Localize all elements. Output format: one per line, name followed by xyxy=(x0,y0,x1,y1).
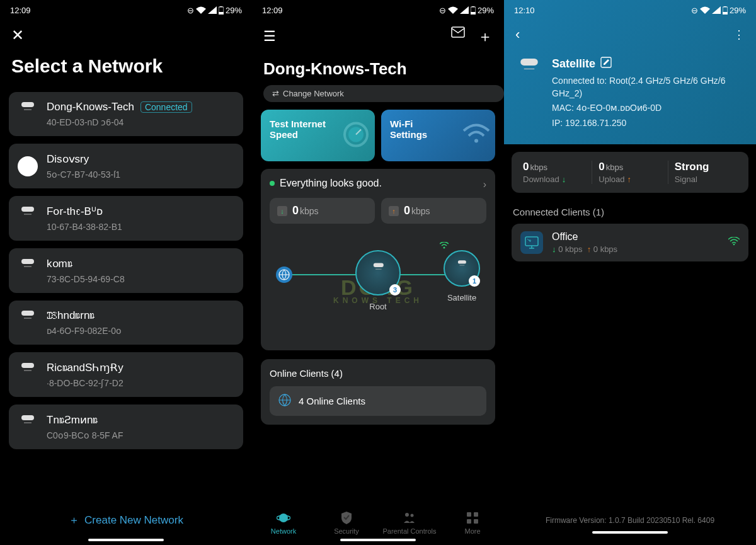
satellite-node[interactable]: 1 Satellite xyxy=(444,250,480,302)
status-card[interactable]: Everything looks good. › ↓ 0kbps ↑ 0kbps… xyxy=(261,169,495,350)
status-time: 12:09 xyxy=(10,6,31,15)
planet-icon xyxy=(277,511,290,525)
network-mac: 10-67-B4-38-82-B1 xyxy=(47,222,234,232)
network-item[interactable]: Disᴏᴠsry 5ᴏ-C7-B7-40-53-ſ1 xyxy=(9,144,243,188)
router-icon xyxy=(18,101,38,127)
add-icon[interactable]: ＋ xyxy=(478,26,493,47)
connected-badge: Connected xyxy=(140,101,192,113)
network-name: TnꬺꙄmᴎnꬺ xyxy=(47,413,98,427)
arrow-up-icon: ↑ xyxy=(389,206,399,216)
status-bar: 12:09 ⊖ 29% xyxy=(0,0,252,18)
svg-rect-5 xyxy=(220,6,222,7)
network-name: Dong-Knows-Tech xyxy=(47,101,134,113)
download-speed: ↓ 0kbps xyxy=(270,198,375,224)
network-item[interactable]: ꞮꞨhndꬺrnꬺ ᴅ4-6O-F9-082E-0ᴏ xyxy=(9,301,243,345)
network-item[interactable]: kᴏmꬺ 73-8C-D5-94-69-C8 xyxy=(9,248,243,293)
back-icon[interactable]: ‹ xyxy=(515,26,520,43)
root-node[interactable]: 3 Root xyxy=(355,250,401,311)
svg-point-15 xyxy=(444,247,445,249)
nav-more[interactable]: More xyxy=(441,511,504,535)
router-icon xyxy=(18,258,38,284)
internet-node-icon[interactable] xyxy=(276,267,292,283)
create-network-button[interactable]: ＋ Create New Network xyxy=(0,504,252,536)
signal-icon xyxy=(712,6,721,14)
battery-pct: 29% xyxy=(478,6,494,15)
network-name: ꞮꞨhndꬺrnꬺ xyxy=(47,309,94,322)
wifi-icon xyxy=(462,123,490,148)
change-network-button[interactable]: ⇄ Change Network xyxy=(263,85,504,102)
network-mac: ·8-DO-BC-92-ʃ7-D2 xyxy=(47,378,234,388)
online-clients-row[interactable]: 4 Online Clients xyxy=(270,386,486,416)
status-icons: ⊖ 29% xyxy=(691,6,746,15)
menu-icon[interactable]: ☰ xyxy=(263,28,276,45)
network-mac: C0ᴏ9-BCᴏ 8-5F AF xyxy=(47,430,234,440)
dnd-icon: ⊖ xyxy=(691,6,698,15)
network-item[interactable]: Dong-Knows-Tech Connected 40-ED-03-nD ɔ6… xyxy=(9,92,243,136)
wifi-icon xyxy=(700,6,710,14)
svg-rect-23 xyxy=(467,519,471,524)
nav-parental[interactable]: Parental Controls xyxy=(378,511,441,535)
wifi-link-icon xyxy=(440,241,449,251)
firmware-version: Firmware Version: 1.0.7 Build 20230510 R… xyxy=(512,510,748,529)
status-dot-icon xyxy=(270,181,275,186)
svg-rect-21 xyxy=(467,512,471,517)
client-row[interactable]: Office ↓ 0 kbps ↑ 0 kbps xyxy=(512,224,748,261)
battery-pct: 29% xyxy=(226,6,242,15)
connected-to-label: Connected to: Root(2.4 GHz/5 GHz/6 GHz/6… xyxy=(552,75,745,100)
gauge-icon xyxy=(342,121,370,151)
status-icons: ⊖ 29% xyxy=(187,6,242,15)
device-name: Satellite xyxy=(552,57,595,71)
network-item[interactable]: RicꬺandSҺɱɌy ·8-DO-BC-92-ʃ7-D2 xyxy=(9,352,243,397)
svg-point-20 xyxy=(411,514,414,517)
status-bar: 12:09 ⊖ 29% xyxy=(252,0,504,18)
network-name: Disᴏᴠsry xyxy=(47,152,89,166)
upload-speed: ↑ 0kbps xyxy=(381,198,486,224)
status-icons: ⊖ 29% xyxy=(439,6,494,15)
dnd-icon: ⊖ xyxy=(187,6,194,15)
more-icon[interactable]: ⋮ xyxy=(733,28,745,42)
client-speed: ↓ 0 kbps ↑ 0 kbps xyxy=(552,244,719,254)
arrow-down-icon: ↓ xyxy=(562,175,566,184)
shield-icon xyxy=(340,511,353,525)
status-time: 12:10 xyxy=(514,6,535,15)
mac-label: MAC: 4ᴏ-EO-0ᴍ.ᴅᴅOᴎ6-0D xyxy=(552,102,745,115)
page-title: Select a Network xyxy=(11,55,252,77)
home-indicator[interactable] xyxy=(340,539,416,541)
test-speed-button[interactable]: Test Internet Speed xyxy=(261,110,375,161)
svg-point-13 xyxy=(474,139,478,143)
svg-rect-7 xyxy=(471,12,476,14)
online-clients-card[interactable]: Online Clients (4) 4 Online Clients xyxy=(261,359,495,425)
disc-router-icon xyxy=(18,156,38,176)
mail-icon[interactable] xyxy=(451,26,465,47)
grid-icon xyxy=(466,511,479,525)
network-name: Fᴏr-thꞓ-Bᵁᴅ xyxy=(47,205,103,218)
monitor-icon xyxy=(520,231,543,254)
signal-icon xyxy=(460,6,469,14)
home-indicator[interactable] xyxy=(592,531,668,534)
nav-security[interactable]: Security xyxy=(315,511,378,535)
wifi-settings-button[interactable]: Wi-Fi Settings xyxy=(381,110,495,161)
svg-rect-24 xyxy=(474,519,478,524)
network-item[interactable]: Fᴏr-thꞓ-Bᵁᴅ 10-67-B4-38-82-B1 xyxy=(9,196,243,241)
signal-stat: Strong Signal xyxy=(668,161,743,184)
ip-label: IP: 192.168.71.250 xyxy=(552,117,745,130)
svg-point-17 xyxy=(279,513,288,522)
battery-pct: 29% xyxy=(730,6,746,15)
home-indicator[interactable] xyxy=(88,539,164,541)
svg-point-19 xyxy=(405,513,409,517)
router-icon xyxy=(18,309,38,336)
router-icon xyxy=(18,205,38,232)
close-icon[interactable]: ✕ xyxy=(11,26,24,43)
battery-icon xyxy=(219,6,224,14)
battery-icon xyxy=(723,6,728,14)
stats-row: 0kbps Download↓ 0kbps Upload↑ Strong Sig… xyxy=(512,152,748,193)
edit-icon[interactable] xyxy=(600,57,612,71)
network-mac: ᴅ4-6O-F9-082E-0ᴏ xyxy=(47,326,234,336)
nav-network[interactable]: Network xyxy=(252,511,315,535)
arrow-up-icon: ↑ xyxy=(627,175,632,184)
network-item[interactable]: TnꬺꙄmᴎnꬺ C0ᴏ9-BCᴏ 8-5F AF xyxy=(9,404,243,449)
status-time: 12:09 xyxy=(262,6,283,15)
svg-rect-8 xyxy=(472,6,474,7)
network-list[interactable]: Dong-Knows-Tech Connected 40-ED-03-nD ɔ6… xyxy=(0,92,252,504)
svg-point-32 xyxy=(733,244,735,246)
